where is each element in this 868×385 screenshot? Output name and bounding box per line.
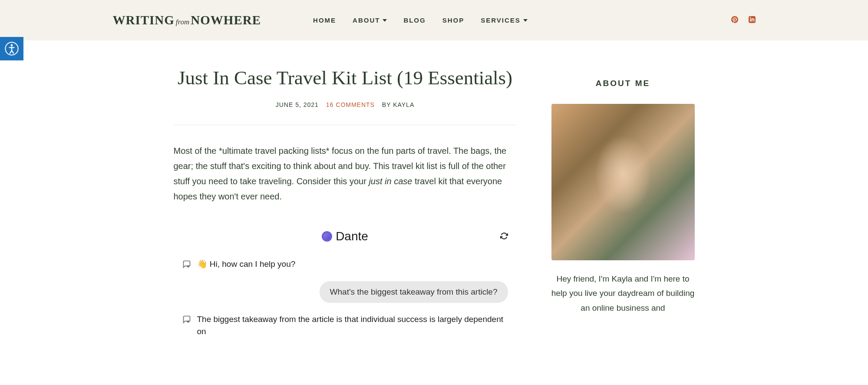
logo-text-mid: from bbox=[176, 18, 190, 26]
chat-refresh-button[interactable] bbox=[500, 232, 508, 242]
article-body: Most of the *ultimate travel packing lis… bbox=[174, 143, 517, 204]
byline-prefix: BY bbox=[382, 101, 393, 108]
article-comments-link[interactable]: 16 COMMENTS bbox=[326, 101, 375, 108]
pinterest-icon bbox=[731, 16, 738, 23]
linkedin-icon bbox=[749, 16, 756, 23]
site-logo[interactable]: WRITINGfromNOWHERE bbox=[113, 13, 261, 27]
nav-home[interactable]: HOME bbox=[313, 17, 336, 24]
divider bbox=[174, 125, 517, 125]
refresh-icon bbox=[500, 232, 508, 240]
logo-text-post: NOWHERE bbox=[191, 13, 261, 27]
article-title: Just In Case Travel Kit List (19 Essenti… bbox=[174, 66, 517, 89]
site-header: WRITINGfromNOWHERE HOME ABOUT BLOG SHOP … bbox=[0, 0, 868, 40]
nav-about[interactable]: ABOUT bbox=[353, 17, 387, 24]
article-date: JUNE 5, 2021 bbox=[276, 101, 319, 108]
profile-photo bbox=[551, 104, 695, 260]
nav-services[interactable]: SERVICES bbox=[481, 17, 528, 24]
main-content: Just In Case Travel Kit List (19 Essenti… bbox=[87, 40, 782, 346]
svg-point-3 bbox=[187, 320, 189, 322]
chat-message-bot: The biggest takeaway from the article is… bbox=[174, 311, 517, 341]
chevron-down-icon bbox=[383, 19, 387, 22]
chat-message-bot: 👋 Hi, how can I help you? bbox=[174, 256, 517, 273]
accessibility-icon bbox=[5, 42, 19, 56]
svg-point-2 bbox=[187, 266, 189, 268]
main-nav: HOME ABOUT BLOG SHOP SERVICES bbox=[313, 17, 528, 24]
chevron-down-icon bbox=[523, 19, 528, 22]
svg-point-1 bbox=[11, 44, 13, 46]
article-author: KAYLA bbox=[393, 101, 414, 108]
user-bubble: What's the biggest takeaway from this ar… bbox=[320, 281, 508, 303]
chat-message-user: What's the biggest takeaway from this ar… bbox=[174, 279, 517, 305]
chat-header: Dante bbox=[174, 226, 517, 256]
pinterest-link[interactable] bbox=[731, 16, 738, 25]
linkedin-link[interactable] bbox=[749, 16, 756, 25]
nav-shop[interactable]: SHOP bbox=[442, 17, 465, 24]
social-links bbox=[731, 16, 756, 25]
article-meta: JUNE 5, 2021 16 COMMENTS BY KAYLA bbox=[174, 101, 517, 108]
bot-icon bbox=[182, 315, 191, 325]
article: Just In Case Travel Kit List (19 Essenti… bbox=[174, 66, 517, 346]
accessibility-button[interactable] bbox=[0, 37, 23, 60]
sidebar-about-text: Hey friend, I'm Kayla and I'm here to he… bbox=[551, 272, 695, 315]
logo-text-pre: WRITING bbox=[113, 13, 175, 27]
chat-brand: Dante bbox=[322, 229, 368, 243]
chat-widget: Dante 👋 Hi, how can I help you? What's t… bbox=[174, 226, 517, 341]
sidebar: ABOUT ME Hey friend, I'm Kayla and I'm h… bbox=[551, 66, 695, 346]
nav-blog[interactable]: BLOG bbox=[403, 17, 426, 24]
dante-logo-icon bbox=[322, 231, 332, 242]
bot-icon bbox=[182, 260, 191, 270]
sidebar-heading: ABOUT ME bbox=[551, 79, 695, 88]
